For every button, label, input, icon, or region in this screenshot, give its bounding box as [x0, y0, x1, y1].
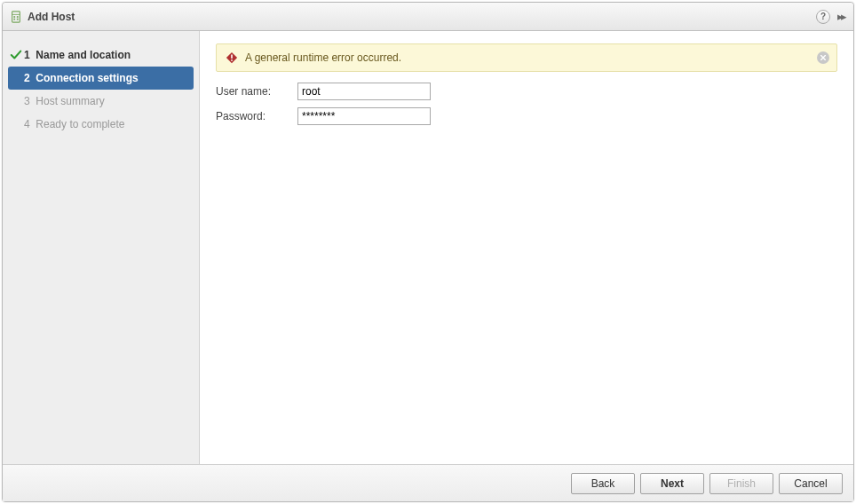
username-field[interactable]	[297, 83, 431, 100]
dialog-footer: Back Next Finish Cancel	[3, 464, 853, 501]
step-name-and-location[interactable]: 1 Name and location	[3, 43, 199, 67]
help-icon[interactable]: ?	[816, 10, 830, 24]
svg-rect-4	[13, 18, 15, 20]
error-icon	[226, 51, 238, 64]
next-button[interactable]: Next	[640, 473, 704, 494]
username-label: User name:	[216, 85, 297, 98]
host-icon	[10, 11, 22, 23]
dialog-title: Add Host	[28, 11, 75, 23]
username-row: User name:	[216, 83, 837, 100]
wizard-content: A general runtime error occurred. User n…	[200, 31, 853, 464]
expand-icon[interactable]: ▸▸	[837, 10, 844, 23]
close-icon[interactable]	[817, 51, 829, 64]
svg-rect-5	[17, 18, 19, 20]
password-label: Password:	[216, 110, 297, 122]
cancel-button[interactable]: Cancel	[779, 473, 843, 494]
step-label: 1 Name and location	[24, 49, 131, 61]
finish-button: Finish	[709, 473, 773, 494]
step-host-summary: 3 Host summary	[3, 90, 199, 113]
svg-rect-0	[12, 11, 20, 21]
wizard-steps-sidebar: 1 Name and location 2 Connection setting…	[3, 31, 200, 464]
step-label: 3 Host summary	[24, 95, 105, 107]
alert-message: A general runtime error occurred.	[245, 51, 401, 64]
step-label: 4 Ready to complete	[24, 118, 124, 130]
svg-rect-2	[13, 16, 15, 18]
svg-rect-8	[231, 59, 233, 61]
password-row: Password:	[216, 107, 837, 125]
password-field[interactable]	[297, 107, 431, 125]
add-host-dialog: Add Host ? ▸▸ 1 Name and location 2 Conn…	[2, 2, 854, 502]
title-bar: Add Host ? ▸▸	[3, 3, 853, 31]
step-ready-to-complete: 4 Ready to complete	[3, 113, 199, 136]
svg-rect-3	[17, 16, 19, 18]
dialog-body: 1 Name and location 2 Connection setting…	[3, 31, 853, 464]
svg-rect-7	[231, 55, 233, 59]
check-icon	[8, 49, 24, 61]
error-alert: A general runtime error occurred.	[216, 43, 837, 72]
back-button[interactable]: Back	[571, 473, 635, 494]
step-connection-settings[interactable]: 2 Connection settings	[8, 67, 194, 90]
step-label: 2 Connection settings	[24, 72, 139, 84]
